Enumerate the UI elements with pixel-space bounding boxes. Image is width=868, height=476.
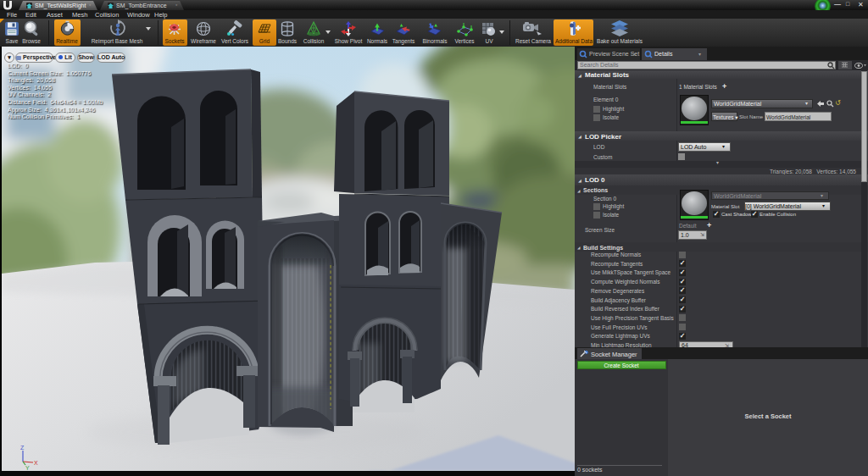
svg-text:Y: Y — [25, 465, 30, 471]
svg-text:X: X — [34, 460, 38, 466]
svg-text:Z: Z — [20, 445, 25, 451]
